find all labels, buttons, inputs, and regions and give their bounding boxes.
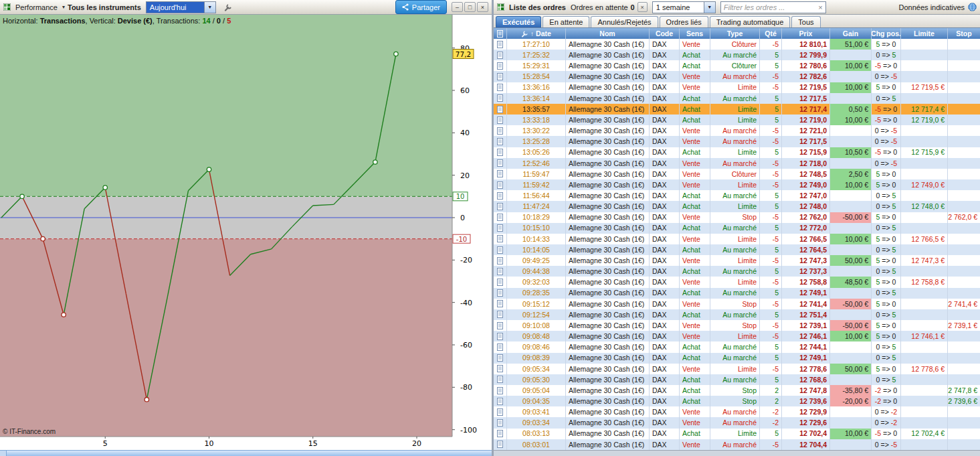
scrollbar-corner[interactable]	[0, 451, 7, 456]
order-row[interactable]: 09:03:34Allemagne 30 Cash (1€)DAXVenteAu…	[494, 417, 980, 428]
order-row[interactable]: 12:52:46Allemagne 30 Cash (1€)DAXVenteAu…	[494, 158, 980, 169]
order-row[interactable]: 08:03:01Allemagne 30 Cash (1€)DAXVenteAu…	[494, 439, 980, 450]
order-details-icon[interactable]	[494, 82, 507, 93]
order-row[interactable]: 13:05:26Allemagne 30 Cash (1€)DAXAchatLi…	[494, 147, 980, 158]
order-details-icon[interactable]	[494, 60, 507, 71]
order-details-icon[interactable]	[494, 406, 507, 417]
column-details[interactable]	[494, 28, 507, 39]
order-details-icon[interactable]	[494, 331, 507, 341]
order-row[interactable]: 13:36:14Allemagne 30 Cash (1€)DAXAchatAu…	[494, 93, 980, 104]
order-row[interactable]: 15:28:54Allemagne 30 Cash (1€)DAXVenteAu…	[494, 71, 980, 82]
column-code[interactable]: Code	[650, 28, 680, 39]
order-row[interactable]: 09:28:35Allemagne 30 Cash (1€)DAXAchatAu…	[494, 288, 980, 299]
column-stop[interactable]: Stop	[948, 28, 980, 39]
order-row[interactable]: 11:47:24Allemagne 30 Cash (1€)DAXAchatLi…	[494, 201, 980, 212]
order-details-icon[interactable]	[494, 374, 507, 385]
order-details-icon[interactable]	[494, 364, 507, 374]
order-row[interactable]: 13:33:18Allemagne 30 Cash (1€)DAXAchatLi…	[494, 115, 980, 125]
maximize-button[interactable]: □	[464, 2, 476, 12]
order-details-icon[interactable]	[494, 320, 507, 331]
order-details-icon[interactable]	[494, 93, 507, 104]
order-row[interactable]: 11:59:47Allemagne 30 Cash (1€)DAXVenteCl…	[494, 169, 980, 179]
order-details-icon[interactable]	[494, 179, 507, 190]
tab-trading-automatique[interactable]: Trading automatique	[710, 16, 791, 27]
column-nom[interactable]: Nom	[566, 28, 650, 39]
column-prix[interactable]: Prix	[782, 28, 830, 39]
order-row[interactable]: 09:32:03Allemagne 30 Cash (1€)DAXVenteLi…	[494, 277, 980, 287]
order-details-icon[interactable]	[494, 50, 507, 60]
order-row[interactable]: 11:59:42Allemagne 30 Cash (1€)DAXVenteLi…	[494, 179, 980, 190]
clear-icon[interactable]: ×	[818, 3, 822, 11]
order-row[interactable]: 17:27:10Allemagne 30 Cash (1€)DAXVenteCl…	[494, 39, 980, 50]
order-row[interactable]: 10:18:29Allemagne 30 Cash (1€)DAXVenteSt…	[494, 212, 980, 223]
tab-executes[interactable]: Exécutés	[496, 16, 541, 27]
order-row[interactable]: 09:03:41Allemagne 30 Cash (1€)DAXVenteAu…	[494, 406, 980, 417]
close-button[interactable]: ×	[477, 2, 488, 12]
order-details-icon[interactable]	[494, 255, 507, 266]
order-row[interactable]: 09:44:38Allemagne 30 Cash (1€)DAXAchatAu…	[494, 266, 980, 277]
order-details-icon[interactable]	[494, 234, 507, 244]
order-details-icon[interactable]	[494, 104, 507, 115]
order-row[interactable]: 09:08:46Allemagne 30 Cash (1€)DAXAchatAu…	[494, 341, 980, 352]
orders-table-body[interactable]: 17:27:10Allemagne 30 Cash (1€)DAXVenteCl…	[494, 39, 980, 450]
horizontal-scrollbar[interactable]	[0, 450, 492, 456]
order-details-icon[interactable]	[494, 439, 507, 450]
period-select[interactable]: Aujourd'hui ▼	[146, 1, 216, 13]
column-qte[interactable]: Qté	[760, 28, 782, 39]
order-details-icon[interactable]	[494, 385, 507, 396]
column-type[interactable]: Type	[710, 28, 760, 39]
order-row[interactable]: 09:15:12Allemagne 30 Cash (1€)DAXVenteSt…	[494, 299, 980, 309]
order-row[interactable]: 10:15:10Allemagne 30 Cash (1€)DAXAchatAu…	[494, 223, 980, 234]
order-details-icon[interactable]	[494, 244, 507, 255]
order-row[interactable]: 09:10:08Allemagne 30 Cash (1€)DAXVenteSt…	[494, 320, 980, 331]
column-sens[interactable]: Sens	[680, 28, 710, 39]
order-details-icon[interactable]	[494, 223, 507, 234]
order-details-icon[interactable]	[494, 190, 507, 201]
column-limite[interactable]: Limite	[901, 28, 948, 39]
order-row[interactable]: 15:29:31Allemagne 30 Cash (1€)DAXAchatCl…	[494, 60, 980, 71]
tab-annules-rejetes[interactable]: Annulés/Rejetés	[591, 16, 658, 27]
order-row[interactable]: 08:03:13Allemagne 30 Cash (1€)DAXAchatLi…	[494, 429, 980, 439]
order-details-icon[interactable]	[494, 266, 507, 277]
minimize-button[interactable]: –	[452, 2, 463, 12]
share-button[interactable]: Partager	[395, 0, 447, 14]
order-details-icon[interactable]	[494, 212, 507, 223]
instruments-dropdown[interactable]: ▾ Tous les instruments	[62, 3, 141, 11]
order-row[interactable]: 13:25:28Allemagne 30 Cash (1€)DAXVenteAu…	[494, 136, 980, 147]
filter-input[interactable]: Filtrer les ordres ... ×	[720, 1, 826, 13]
order-row[interactable]: 10:14:05Allemagne 30 Cash (1€)DAXAchatAu…	[494, 244, 980, 255]
order-details-icon[interactable]	[494, 288, 507, 299]
order-row[interactable]: 09:05:34Allemagne 30 Cash (1€)DAXVenteLi…	[494, 364, 980, 374]
order-details-icon[interactable]	[494, 169, 507, 179]
order-row[interactable]: 13:30:22Allemagne 30 Cash (1€)DAXVenteAu…	[494, 125, 980, 136]
order-details-icon[interactable]	[494, 429, 507, 439]
order-details-icon[interactable]	[494, 353, 507, 364]
column-gain[interactable]: Gain	[830, 28, 872, 39]
order-details-icon[interactable]	[494, 396, 507, 406]
order-row[interactable]: 13:35:57Allemagne 30 Cash (1€)DAXAchatLi…	[494, 104, 980, 115]
column-chg-pos[interactable]: Chg pos.	[872, 28, 901, 39]
order-details-icon[interactable]	[494, 309, 507, 320]
order-row[interactable]: 09:08:39Allemagne 30 Cash (1€)DAXAchatAu…	[494, 353, 980, 364]
order-row[interactable]: 09:49:25Allemagne 30 Cash (1€)DAXVenteLi…	[494, 255, 980, 266]
tab-ordres-lies[interactable]: Ordres liés	[660, 16, 708, 27]
order-row[interactable]: 09:04:35Allemagne 30 Cash (1€)DAXAchatSt…	[494, 396, 980, 406]
order-row[interactable]: 09:05:30Allemagne 30 Cash (1€)DAXAchatAu…	[494, 374, 980, 385]
order-row[interactable]: 13:36:16Allemagne 30 Cash (1€)DAXVenteLi…	[494, 82, 980, 93]
order-row[interactable]: 10:14:33Allemagne 30 Cash (1€)DAXVenteLi…	[494, 234, 980, 244]
order-row[interactable]: 09:12:54Allemagne 30 Cash (1€)DAXAchatAu…	[494, 309, 980, 320]
orders-period-select[interactable]: 1 semaine ▼	[652, 1, 716, 13]
pending-orders-tab[interactable]: Ordres en attente 0 ×	[571, 2, 648, 12]
order-row[interactable]: 09:05:04Allemagne 30 Cash (1€)DAXAchatSt…	[494, 385, 980, 396]
order-details-icon[interactable]	[494, 299, 507, 309]
close-icon[interactable]: ×	[638, 2, 648, 12]
order-details-icon[interactable]	[494, 147, 507, 158]
order-details-icon[interactable]	[494, 277, 507, 287]
order-details-icon[interactable]	[494, 136, 507, 147]
order-details-icon[interactable]	[494, 125, 507, 136]
tab-tous[interactable]: Tous	[791, 16, 820, 27]
order-row[interactable]: 09:08:48Allemagne 30 Cash (1€)DAXVenteLi…	[494, 331, 980, 341]
order-details-icon[interactable]	[494, 158, 507, 169]
chevron-down-icon[interactable]: ▼	[704, 2, 715, 13]
order-row[interactable]: 17:25:32Allemagne 30 Cash (1€)DAXAchatAu…	[494, 50, 980, 60]
